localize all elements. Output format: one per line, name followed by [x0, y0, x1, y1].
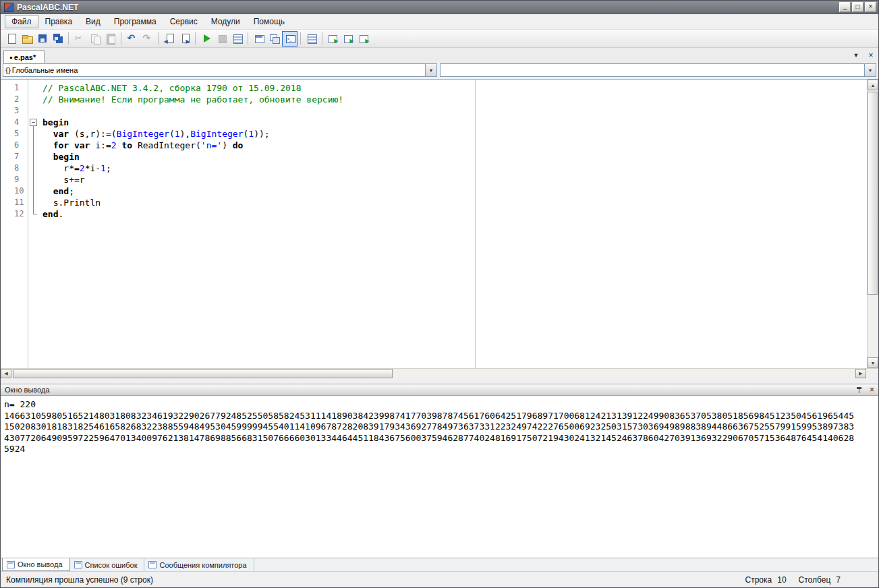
menu-item-5[interactable]: Сервис	[163, 15, 204, 28]
run-button[interactable]	[198, 31, 214, 47]
editor-line[interactable]: 9 s+=r	[1, 174, 866, 185]
chevron-down-icon: ▼	[868, 68, 873, 73]
open-file-button[interactable]	[19, 31, 34, 47]
hscroll-track[interactable]	[11, 369, 855, 378]
show-output-window-button[interactable]	[325, 31, 341, 47]
editor-line[interactable]: 2// Внимание! Если программа не работает…	[1, 94, 866, 105]
editor-line[interactable]: 7 begin	[1, 151, 866, 163]
new-window-button[interactable]	[266, 31, 282, 47]
scroll-left-icon[interactable]: ◀	[1, 369, 11, 378]
menu-item-4[interactable]: Программа	[107, 15, 163, 28]
undo-button[interactable]	[124, 31, 140, 47]
fold-margin	[28, 105, 42, 117]
new-file-icon	[6, 33, 17, 44]
show-errors-window-button[interactable]	[341, 31, 356, 47]
chevron-down-icon: ▼	[429, 68, 434, 73]
line-number: 7	[1, 151, 28, 163]
panel-tab-label: Список ошибок	[85, 561, 138, 569]
line-number: 5	[1, 128, 28, 140]
menu-item-6[interactable]: Модули	[204, 15, 247, 28]
toolbar-separator	[248, 32, 248, 45]
scope-combo-dropdown-button[interactable]: ▼	[425, 64, 436, 76]
tile-windows-button[interactable]	[251, 31, 266, 47]
line-label: Строка	[745, 575, 772, 585]
undo-icon	[127, 33, 138, 44]
save-icon	[37, 33, 48, 44]
console-window-button[interactable]	[282, 31, 297, 47]
expressions-window-button[interactable]	[304, 31, 319, 47]
new-file-button[interactable]	[3, 31, 19, 47]
column-value: 7	[836, 575, 841, 585]
prev-position-button[interactable]	[161, 31, 177, 47]
tile-windows-icon	[254, 33, 264, 44]
menu-item-7[interactable]: Помощь	[247, 15, 291, 28]
redo-button[interactable]	[140, 31, 155, 47]
code-text: begin	[42, 117, 69, 128]
editor-vertical-scrollbar[interactable]: ▲ ▼	[867, 80, 878, 368]
panel-tab-errors[interactable]: Список ошибок	[70, 558, 145, 571]
editor-line[interactable]: 4begin	[1, 117, 866, 128]
panel-tab-compiler[interactable]: Сообщения компилятора	[144, 558, 254, 571]
close-button[interactable]: ×	[865, 2, 876, 12]
editor-horizontal-scrollbar[interactable]: ◀ ▶	[1, 368, 878, 378]
output-panel-title: Окно вывода	[5, 386, 50, 394]
copy-button[interactable]	[87, 31, 103, 47]
hscroll-thumb[interactable]	[13, 369, 393, 378]
stop-button[interactable]	[214, 31, 229, 47]
tab-list-dropdown-icon[interactable]: ▼	[851, 52, 861, 59]
panel-tab-output[interactable]: Окно вывода	[2, 558, 70, 571]
tab-label: e.pas*	[14, 53, 36, 61]
menu-item-2[interactable]: Правка	[38, 15, 80, 28]
editor-line[interactable]: 1// PascalABC.NET 3.4.2, сборка 1790 от …	[1, 82, 866, 94]
scroll-right-icon[interactable]: ▶	[855, 369, 866, 378]
output-line: 4307720649095972259647013400976213814786…	[4, 433, 875, 444]
editor-line[interactable]: 11 s.Println	[1, 197, 866, 208]
output-panel-header[interactable]: Окно вывода ×	[1, 384, 878, 396]
panel-splitter[interactable]	[1, 378, 878, 384]
scroll-down-icon[interactable]: ▼	[868, 357, 878, 368]
title-bar[interactable]: PascalABC.NET _ □ ×	[1, 1, 878, 14]
vscroll-track[interactable]	[868, 90, 878, 357]
toolbar-separator	[68, 32, 69, 45]
editor-line[interactable]: 3	[1, 105, 866, 117]
console-window-icon	[285, 33, 295, 44]
editor-line[interactable]: 10 end;	[1, 185, 866, 197]
maximize-button[interactable]: □	[852, 2, 863, 12]
code-text: r*=2*i-1;	[42, 163, 111, 174]
scope-combo-value: Глобальные имена	[12, 66, 425, 74]
vscroll-thumb[interactable]	[868, 92, 878, 295]
show-compiler-window-button[interactable]	[356, 31, 372, 47]
status-message: Компиляция прошла успешно (9 строк)	[6, 575, 153, 585]
line-value: 10	[777, 575, 786, 585]
fold-marker-icon	[28, 128, 42, 140]
member-combobox[interactable]: ▼	[440, 63, 876, 77]
minimize-button[interactable]: _	[839, 2, 851, 12]
next-position-button[interactable]	[177, 31, 192, 47]
column-label: Столбец	[799, 575, 831, 585]
code-text: s.Println	[42, 197, 101, 208]
editor-line[interactable]: 5 var (s,r):=(BigInteger(1),BigInteger(1…	[1, 128, 866, 140]
scroll-up-icon[interactable]: ▲	[868, 80, 878, 90]
fold-marker-icon[interactable]	[28, 117, 42, 128]
menu-item-1[interactable]: Файл	[5, 15, 38, 28]
toolbar-separator	[322, 32, 322, 45]
save-button[interactable]	[34, 31, 50, 47]
output-close-icon[interactable]: ×	[870, 386, 874, 394]
line-number: 9	[1, 174, 28, 185]
cut-button[interactable]	[72, 31, 87, 47]
editor-line[interactable]: 12end.	[1, 208, 866, 220]
pin-icon[interactable]	[855, 386, 863, 394]
output-panel-content[interactable]: n= 2201466310598051652148031808323461932…	[1, 396, 878, 558]
tab-close-icon[interactable]: ×	[866, 51, 876, 60]
save-all-button[interactable]	[50, 31, 65, 47]
member-combo-dropdown-button[interactable]: ▼	[864, 64, 876, 76]
editor-line[interactable]: 6 for var i:=2 to ReadInteger('n=') do	[1, 140, 866, 151]
paste-button[interactable]	[103, 31, 118, 47]
code-text: for var i:=2 to ReadInteger('n=') do	[42, 140, 243, 151]
menu-item-3[interactable]: Вид	[79, 15, 107, 28]
document-tab-epas[interactable]: ● e.pas*	[3, 50, 45, 63]
editor-line[interactable]: 8 r*=2*i-1;	[1, 163, 866, 174]
code-editor[interactable]: 1// PascalABC.NET 3.4.2, сборка 1790 от …	[1, 79, 878, 368]
watch-window-button[interactable]	[229, 31, 245, 47]
scope-combobox[interactable]: {} Глобальные имена ▼	[3, 63, 437, 77]
